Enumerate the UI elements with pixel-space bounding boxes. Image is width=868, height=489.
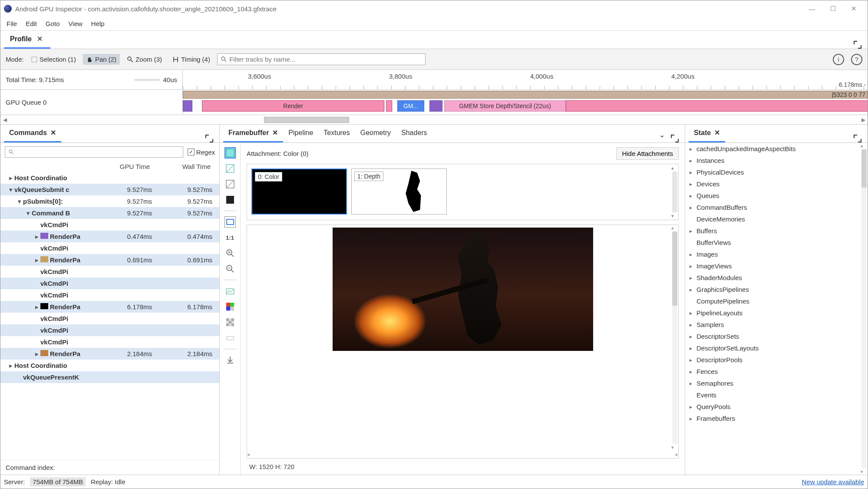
menu-view[interactable]: View (64, 18, 87, 29)
mode-pan[interactable]: Pan (2) (83, 54, 120, 65)
command-row[interactable]: ▸RenderPa6.178ms6.178ms (0, 301, 219, 313)
fb-tool-channels[interactable] (224, 301, 236, 312)
range-slider[interactable]: 40us (134, 76, 177, 83)
mode-zoom[interactable]: Zoom (3) (123, 54, 165, 65)
command-row[interactable]: ▾vkQueueSubmit c9.527ms9.527ms (0, 184, 219, 195)
state-item[interactable]: ▸Samplers (685, 319, 868, 330)
fb-tool-overdraw[interactable] (224, 178, 236, 190)
scroll-right-icon[interactable]: ▶ (859, 117, 868, 123)
scroll-left-icon[interactable]: ◀ (0, 117, 9, 123)
fb-tool-wireframe[interactable] (224, 163, 236, 174)
command-row[interactable]: vkCmdPi (0, 278, 219, 289)
track-content[interactable]: |5323 0 0 77 Render GM... GMEM Store Dep… (183, 90, 868, 115)
mode-selection[interactable]: Selection (1) (27, 54, 79, 65)
tab-state[interactable]: State ✕ (689, 125, 725, 142)
tab-framebuffer[interactable]: Framebuffer ✕ (223, 125, 283, 142)
fb-tool-actual-size[interactable]: 1:1 (224, 232, 236, 243)
caret-icon[interactable]: ▸ (690, 251, 696, 258)
caret-icon[interactable]: ▸ (690, 404, 696, 410)
info-icon[interactable]: i (833, 54, 844, 65)
caret-icon[interactable]: ▸ (690, 345, 696, 351)
state-item[interactable]: BufferViews (685, 237, 868, 248)
block-store[interactable]: GMEM Store Depth/Stencil (22us) (444, 100, 566, 112)
tab-state-close-icon[interactable]: ✕ (714, 129, 720, 137)
state-item[interactable]: ▸DescriptorPools (685, 354, 868, 366)
tab-pipeline[interactable]: Pipeline (283, 125, 318, 142)
state-item[interactable]: ▸Framebuffers (685, 413, 868, 424)
command-row[interactable]: ▸RenderPa0.474ms0.474ms (0, 231, 219, 242)
state-item[interactable]: ▸PhysicalDevices (685, 166, 868, 178)
caret-icon[interactable]: ▸ (690, 205, 696, 211)
timeline-hscrollbar[interactable]: ◀ ▶ (0, 115, 868, 125)
commands-search-input[interactable] (5, 146, 183, 158)
command-row[interactable]: ▸RenderPa0.691ms0.691ms (0, 254, 219, 266)
mode-timing[interactable]: Timing (4) (169, 54, 214, 65)
help-icon[interactable]: ? (851, 54, 862, 65)
maximize-button[interactable]: ☐ (822, 2, 843, 15)
command-row[interactable]: vkCmdPi (0, 324, 219, 336)
expander-icon[interactable]: ▸ (33, 233, 40, 241)
caret-icon[interactable]: ▸ (690, 322, 696, 328)
framebuffer-expand-icon[interactable] (671, 135, 679, 142)
update-link[interactable]: New update available (802, 478, 864, 486)
state-item[interactable]: ▸QueryPools (685, 401, 868, 413)
caret-icon[interactable]: ▸ (690, 369, 696, 375)
state-vscroll[interactable]: ▴▾ (861, 143, 868, 475)
caret-icon[interactable]: ▸ (690, 310, 696, 316)
state-item[interactable]: ComputePipelines (685, 295, 868, 307)
expander-icon[interactable]: ▸ (33, 303, 40, 311)
command-row[interactable]: vkQueuePresentK (0, 371, 219, 383)
regex-checkbox[interactable]: ✓ Regex (188, 149, 215, 156)
filter-tracks-input[interactable] (217, 53, 426, 65)
caret-icon[interactable]: ▸ (690, 193, 696, 199)
fb-tool-fit[interactable] (224, 216, 236, 228)
timeline-ruler[interactable]: 3,600us 3,800us 4,000us 4,200us 6.178ms … (183, 70, 868, 89)
fb-tool-flip[interactable] (224, 332, 236, 344)
menu-help[interactable]: Help (87, 18, 109, 29)
viewer-vscroll[interactable]: ▴▾ (671, 225, 678, 450)
state-item[interactable]: ▸Buffers (685, 225, 868, 237)
state-item[interactable]: ▸Instances (685, 155, 868, 166)
expander-icon[interactable]: ▾ (7, 186, 14, 194)
chevron-down-icon[interactable]: ⌄ (656, 127, 668, 142)
expander-icon[interactable]: ▸ (33, 256, 40, 264)
caret-icon[interactable]: ▸ (690, 263, 696, 269)
command-row[interactable]: ▾pSubmits[0]:9.527ms9.527ms (0, 195, 219, 207)
tab-commands-close-icon[interactable]: ✕ (50, 129, 56, 137)
state-item[interactable]: ▸PipelineLayouts (685, 307, 868, 319)
track-top-bar[interactable]: |5323 0 0 77 (183, 91, 868, 99)
state-item[interactable]: ▸Images (685, 248, 868, 260)
menu-goto[interactable]: Goto (41, 18, 64, 29)
expand-icon[interactable] (854, 41, 861, 49)
state-item[interactable]: ▸GraphicsPipelines (685, 284, 868, 295)
scroll-thumb[interactable] (264, 117, 349, 123)
caret-icon[interactable]: ▸ (690, 275, 696, 281)
command-row[interactable]: vkCmdPi (0, 336, 219, 348)
tab-profile[interactable]: Profile ✕ (4, 30, 50, 49)
state-expand-icon[interactable] (854, 135, 861, 142)
fb-tool-histogram[interactable] (224, 285, 236, 297)
state-tree[interactable]: ▸cachedUnpackedImageAspectBits▸Instances… (685, 143, 868, 475)
tab-geometry[interactable]: Geometry (355, 125, 396, 142)
thumb-depth[interactable]: 1: Depth (351, 169, 447, 215)
caret-icon[interactable]: ▸ (690, 380, 696, 387)
caret-icon[interactable]: ▸ (690, 169, 696, 175)
command-row[interactable]: ▸Host Coordinatio (0, 360, 219, 371)
command-row[interactable]: vkCmdPi (0, 219, 219, 231)
framebuffer-viewer[interactable]: ▴▾ ◂▸ (247, 225, 679, 459)
state-item[interactable]: ▸DescriptorSets (685, 330, 868, 342)
state-item[interactable]: ▸ImageViews (685, 260, 868, 272)
caret-icon[interactable]: ▸ (690, 287, 696, 293)
state-item[interactable]: ▸CommandBuffers (685, 202, 868, 213)
caret-icon[interactable]: ▸ (690, 357, 696, 363)
command-row[interactable]: vkCmdPi (0, 289, 219, 301)
minimize-button[interactable]: — (802, 2, 822, 15)
block-purple-2[interactable] (429, 100, 442, 112)
state-item[interactable]: ▸DescriptorSetLayouts (685, 342, 868, 354)
state-item[interactable]: ▸ShaderModules (685, 272, 868, 284)
expander-icon[interactable]: ▸ (33, 350, 40, 358)
commands-tree[interactable]: ▸Host Coordinatio▾vkQueueSubmit c9.527ms… (0, 172, 219, 460)
block-gm[interactable]: GM... (397, 100, 424, 112)
block-render[interactable]: Render (202, 100, 384, 112)
state-item[interactable]: ▸Devices (685, 178, 868, 190)
